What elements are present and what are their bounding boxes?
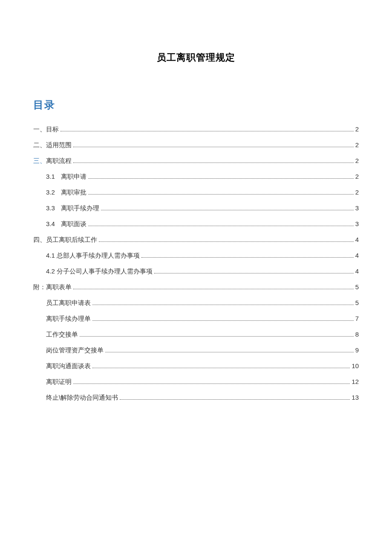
toc-entry-5-5: 离职沟通面谈表 10 [33, 362, 359, 370]
toc-dots [88, 194, 354, 195]
toc-entry-5-2: 离职手续办理单 7 [33, 315, 359, 323]
toc-num: 3.3 [46, 204, 55, 212]
document-title: 员工离职管理规定 [33, 51, 359, 64]
toc-label: 三、离职流程 [33, 157, 72, 165]
toc-page: 2 [355, 189, 359, 196]
toc-dots [73, 163, 354, 163]
toc-dots [92, 320, 354, 321]
toc-entry-3-4: 3.4离职面谈 3 [33, 220, 359, 228]
toc-entry-4-1: 4.1 总部人事手续办理人需办事项 4 [33, 252, 359, 260]
toc-dots [73, 147, 354, 147]
toc-label: 离职沟通面谈表 [46, 362, 91, 370]
toc-label: 员工离职申请表 [46, 299, 91, 307]
toc-entry-2: 二、适用范围 2 [33, 141, 359, 149]
toc-label: 4.2 分子公司人事手续办理人需办事项 [46, 267, 153, 276]
toc-entry-3-1: 3.1离职申请 2 [33, 173, 359, 181]
toc-entry-5-4: 岗位管理资产交接单 9 [33, 346, 359, 355]
toc-dots [61, 131, 354, 131]
toc-entry-5-7: 终止\解除劳动合同通知书 13 [33, 394, 359, 402]
toc-page: 2 [355, 125, 359, 133]
toc-entry-5: 附：离职表单 5 [33, 283, 359, 291]
toc-label: 4.1 总部人事手续办理人需办事项 [46, 252, 140, 260]
toc-dots [88, 226, 354, 226]
toc-page: 4 [355, 252, 359, 259]
toc-dots [154, 273, 354, 273]
toc-dots [80, 336, 354, 337]
toc-dots [101, 210, 354, 210]
toc-dots [73, 289, 354, 289]
toc-dots [99, 241, 354, 242]
toc-dots [73, 384, 350, 384]
toc-label: 3.3离职手续办理 [46, 204, 99, 212]
toc-label-text: 离职面谈 [61, 220, 86, 227]
toc-page: 8 [355, 331, 359, 338]
toc-entry-1: 一、目标 2 [33, 125, 359, 134]
toc-label: 终止\解除劳动合同通知书 [46, 394, 118, 402]
toc-label: 3.1离职申请 [46, 173, 86, 181]
toc-page: 4 [355, 267, 359, 275]
toc-entry-3-2: 3.2离职审批 2 [33, 189, 359, 197]
toc-num: 3.4 [46, 220, 55, 227]
toc-num: 3.1 [46, 173, 55, 180]
toc-page: 7 [355, 315, 359, 322]
toc-dots [92, 368, 350, 368]
toc-label: 岗位管理资产交接单 [46, 346, 104, 355]
toc-label-text: 离职申请 [61, 173, 86, 180]
toc-page: 2 [355, 157, 359, 164]
toc-label: 3.2离职审批 [46, 189, 86, 197]
toc-label-text: 离职审批 [61, 189, 86, 196]
toc-dots [120, 399, 350, 400]
toc-label: 离职手续办理单 [46, 315, 91, 323]
toc-entry-3: 三、离职流程 2 [33, 157, 359, 165]
toc-dots [105, 352, 354, 352]
toc-dots [141, 257, 354, 258]
toc-label: 四、员工离职后续工作 [33, 236, 97, 244]
toc-label: 二、适用范围 [33, 141, 72, 149]
toc-page: 5 [355, 283, 359, 291]
toc-page: 2 [355, 141, 359, 148]
toc-entry-3-3: 3.3离职手续办理 3 [33, 204, 359, 212]
toc-entry-5-3: 工作交接单 8 [33, 331, 359, 339]
toc-page: 10 [352, 362, 359, 369]
toc-page: 12 [352, 378, 359, 385]
toc-label: 一、目标 [33, 125, 59, 134]
toc-dots [88, 178, 354, 179]
toc-page: 13 [352, 394, 359, 401]
toc-num: 3.2 [46, 189, 55, 196]
toc-label: 工作交接单 [46, 331, 78, 339]
toc-label: 附：离职表单 [33, 283, 72, 291]
toc-label: 离职证明 [46, 378, 72, 386]
toc-label-prefix: 三、 [33, 157, 46, 164]
toc-page: 3 [355, 204, 359, 212]
toc-label-text: 离职流程 [46, 157, 72, 164]
toc-entry-4-2: 4.2 分子公司人事手续办理人需办事项 4 [33, 267, 359, 276]
toc-label: 3.4离职面谈 [46, 220, 86, 228]
toc-page: 4 [355, 236, 359, 243]
toc-entry-5-1: 员工离职申请表 5 [33, 299, 359, 307]
toc-heading: 目录 [33, 98, 359, 112]
toc-page: 5 [355, 299, 359, 306]
toc-entry-4: 四、员工离职后续工作 4 [33, 236, 359, 244]
toc-page: 2 [355, 173, 359, 180]
toc-dots [92, 305, 354, 305]
toc-page: 9 [355, 346, 359, 354]
toc-label-text: 离职手续办理 [61, 204, 99, 212]
toc-entry-5-6: 离职证明 12 [33, 378, 359, 386]
toc-page: 3 [355, 220, 359, 227]
